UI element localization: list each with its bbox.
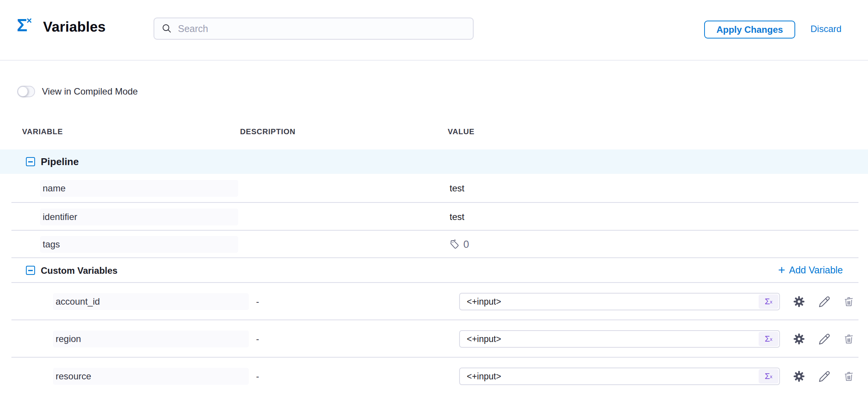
compiled-mode-toggle[interactable] <box>17 86 35 97</box>
tags-count: 0 <box>463 239 469 250</box>
variable-name-field: region <box>53 331 249 347</box>
table-row: region - <+input> Σx <box>0 320 868 358</box>
column-header-description: DESCRIPTION <box>240 127 295 136</box>
variable-value-input[interactable]: <+input> Σx <box>459 368 780 385</box>
apply-changes-button[interactable]: Apply Changes <box>704 21 795 39</box>
section-row-custom-variables: Custom Variables + Add Variable <box>0 258 868 283</box>
delete-trash-icon[interactable] <box>842 332 855 345</box>
variable-description: - <box>256 371 259 382</box>
table-row: name test <box>0 174 868 203</box>
settings-gear-icon[interactable] <box>793 370 806 383</box>
compiled-mode-label: View in Compiled Mode <box>42 86 138 97</box>
variable-value-input[interactable]: <+input> Σx <box>459 293 780 310</box>
column-header-value: VALUE <box>448 127 474 136</box>
compiled-mode-toggle-row: View in Compiled Mode <box>17 85 138 98</box>
search-icon <box>161 23 173 34</box>
page-title: Variables <box>43 19 106 35</box>
delete-trash-icon[interactable] <box>842 370 855 383</box>
edit-pencil-icon[interactable] <box>818 370 831 383</box>
tags-count-widget: 0 <box>450 239 469 250</box>
collapse-minus-icon[interactable] <box>26 266 35 275</box>
variable-value: test <box>450 183 464 194</box>
variable-name-field: identifier <box>40 209 238 225</box>
header-bar: Σ× Variables Apply Changes Discard <box>0 0 868 61</box>
table-column-headers: VARIABLE DESCRIPTION VALUE <box>0 126 868 139</box>
runtime-input-sigma-icon[interactable]: Σx <box>759 294 778 309</box>
table-row: resource - <+input> Σx <box>0 358 868 395</box>
section-row-pipeline: Pipeline <box>0 149 868 174</box>
runtime-input-sigma-icon[interactable]: Σx <box>759 369 778 384</box>
edit-pencil-icon[interactable] <box>818 295 831 308</box>
add-variable-button[interactable]: + Add Variable <box>778 263 843 276</box>
variables-sigma-logo-icon: Σ× <box>17 14 40 37</box>
variable-name-field: name <box>40 180 238 197</box>
toggle-knob <box>18 87 28 96</box>
value-input-text: <+input> <box>460 334 758 344</box>
variable-name-field: resource <box>53 368 249 385</box>
settings-gear-icon[interactable] <box>793 332 806 345</box>
section-label-custom-variables: Custom Variables <box>41 265 117 276</box>
plus-icon: + <box>778 263 785 276</box>
value-input-text: <+input> <box>460 297 758 307</box>
value-input-text: <+input> <box>460 371 758 382</box>
variable-value: test <box>450 212 464 222</box>
variable-name-field: tags <box>40 236 238 253</box>
runtime-input-sigma-icon[interactable]: Σx <box>759 332 778 346</box>
variable-description: - <box>256 334 259 344</box>
delete-trash-icon[interactable] <box>842 295 855 308</box>
table-row: tags 0 <box>0 231 868 258</box>
section-label-pipeline: Pipeline <box>41 156 79 168</box>
discard-button[interactable]: Discard <box>810 24 841 34</box>
column-header-variable: VARIABLE <box>22 127 63 136</box>
table-row: account_id - <+input> Σx <box>0 283 868 320</box>
variable-description: - <box>256 296 259 307</box>
edit-pencil-icon[interactable] <box>818 332 831 345</box>
tag-icon <box>450 239 460 250</box>
table-row: identifier test <box>0 203 868 231</box>
settings-gear-icon[interactable] <box>793 295 806 308</box>
variable-value-input[interactable]: <+input> Σx <box>459 330 780 348</box>
search-input[interactable] <box>178 23 466 34</box>
variable-name-field: account_id <box>53 293 249 310</box>
add-variable-label: Add Variable <box>789 265 843 276</box>
collapse-minus-icon[interactable] <box>26 157 35 166</box>
search-box[interactable] <box>154 18 474 40</box>
